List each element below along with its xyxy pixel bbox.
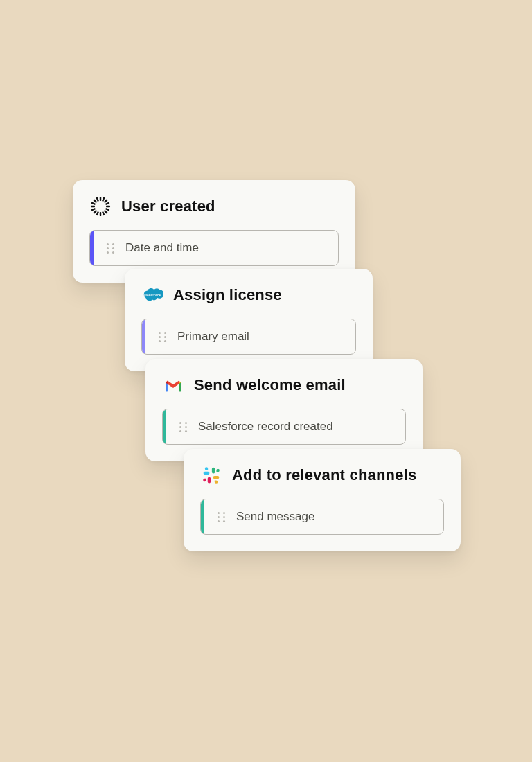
svg-rect-5 — [204, 472, 210, 475]
gmail-icon — [162, 374, 184, 396]
workflow-card-send-welcome-email[interactable]: Send welcome email Salesforce record cre… — [145, 359, 423, 461]
drag-handle-icon[interactable] — [214, 510, 228, 524]
field-accent — [201, 499, 204, 534]
card-title: Send welcome email — [194, 376, 346, 394]
svg-rect-2 — [212, 468, 215, 474]
card-header: Add to relevant channels — [200, 464, 444, 486]
card-header: Send welcome email — [162, 374, 406, 396]
field-label: Send message — [236, 510, 314, 524]
card-field[interactable]: Date and time — [89, 230, 339, 266]
rippling-icon — [89, 195, 112, 218]
salesforce-icon: salesforce — [141, 284, 163, 306]
drag-handle-icon[interactable] — [155, 330, 169, 344]
svg-text:salesforce: salesforce — [143, 293, 161, 297]
card-field[interactable]: Primary email — [141, 319, 356, 355]
card-header: salesforce Assign license — [141, 284, 356, 306]
workflow-card-user-created[interactable]: User created Date and time — [73, 180, 355, 283]
card-field[interactable]: Salesforce record created — [162, 409, 406, 445]
field-accent — [142, 319, 145, 354]
field-label: Date and time — [125, 241, 199, 255]
card-header: User created — [89, 195, 339, 218]
drag-handle-icon[interactable] — [103, 241, 117, 255]
svg-rect-3 — [213, 476, 220, 479]
field-label: Salesforce record created — [198, 420, 333, 434]
svg-rect-0 — [100, 197, 101, 201]
field-label: Primary email — [177, 330, 249, 344]
card-field[interactable]: Send message — [200, 499, 444, 535]
workflow-card-assign-license[interactable]: salesforce Assign license Primary email — [125, 269, 373, 371]
slack-icon — [200, 464, 222, 486]
drag-handle-icon[interactable] — [176, 420, 190, 434]
card-title: Assign license — [173, 286, 282, 304]
field-accent — [90, 231, 94, 265]
field-accent — [163, 409, 166, 444]
card-title: Add to relevant channels — [232, 466, 416, 484]
card-title: User created — [121, 197, 215, 215]
workflow-card-add-to-channels[interactable]: Add to relevant channels Send message — [184, 449, 461, 551]
svg-rect-4 — [208, 477, 211, 484]
